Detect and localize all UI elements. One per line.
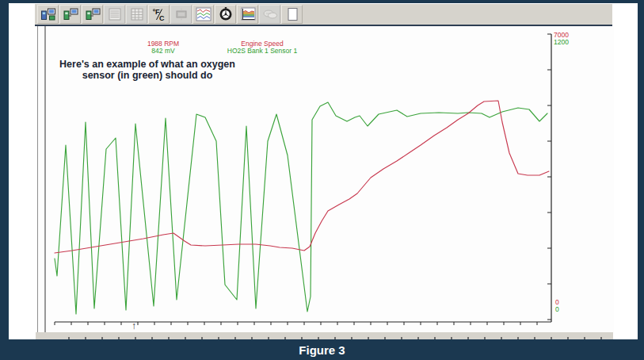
channel2-legend: Engine Speed HO2S Bank 1 Sensor 1: [211, 40, 314, 55]
trace-green: [55, 102, 547, 314]
line-graph-icon: [196, 7, 211, 21]
grid-view-button[interactable]: [126, 5, 147, 24]
connect-pc-button[interactable]: [37, 5, 59, 24]
cursor-arrow-icon[interactable]: ↑: [131, 321, 136, 331]
trace-red: [55, 101, 549, 253]
bottom-ruler-strip: [36, 332, 613, 339]
figure-caption-bar: Figure 3: [0, 339, 644, 360]
snapshot-icon: [173, 7, 189, 21]
download-device-button[interactable]: [82, 5, 103, 24]
gauge-button[interactable]: [215, 5, 236, 24]
mv-scale-min: 0: [555, 306, 559, 313]
annotation-text: Here's an example of what an oxygen sens…: [46, 59, 249, 81]
snapshot-button[interactable]: [170, 5, 192, 24]
right-axis-bottom-labels: 0 0: [555, 299, 559, 313]
grid-view-icon: [129, 7, 145, 21]
print-icon: [262, 7, 278, 21]
new-file-icon: [284, 7, 300, 21]
ho2s-sensor-label: HO2S Bank 1 Sensor 1: [211, 48, 314, 55]
plot-area[interactable]: 1988 RPM 842 mV Engine Speed HO2S Bank 1…: [37, 26, 614, 333]
annotation-line2: sensor (in green) should do: [46, 70, 249, 81]
figure-caption: Figure 3: [299, 343, 345, 357]
area-graph-button[interactable]: [237, 5, 258, 24]
print-button[interactable]: [259, 5, 280, 24]
download-device-icon: [85, 7, 101, 21]
connect-pc-icon: [40, 7, 56, 21]
annotation-line1: Here's an example of what an oxygen: [46, 59, 249, 70]
right-axis-top-labels: 7000 1200: [554, 32, 569, 46]
mv-scale-max: 1200: [554, 39, 569, 46]
new-file-button[interactable]: [281, 5, 303, 24]
upload-device-icon: [63, 7, 78, 21]
gauge-icon: [218, 7, 234, 21]
temp-unit-toggle-button[interactable]: FC: [148, 5, 170, 24]
temp-unit-toggle-icon: FC: [151, 7, 167, 21]
channel1-readout: 1988 RPM 842 mV: [126, 40, 200, 55]
figure3-screenshot: FC 1988 RPM 842 mV Engine Speed HO2S Ban…: [0, 0, 644, 360]
line-graph-button[interactable]: [192, 5, 214, 24]
o2-value-label: 842 mV: [126, 48, 200, 55]
report-view-button[interactable]: [104, 5, 125, 24]
area-graph-icon: [240, 7, 256, 21]
svg-text:C: C: [159, 14, 165, 22]
upload-device-button[interactable]: [59, 5, 81, 24]
report-view-icon: [107, 7, 123, 21]
toolbar: FC: [35, 4, 612, 25]
